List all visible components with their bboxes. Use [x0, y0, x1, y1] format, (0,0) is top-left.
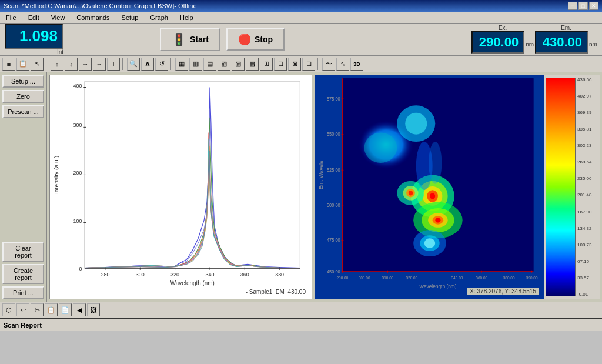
color-scale [544, 75, 577, 299]
tb-right-icon[interactable]: → [79, 58, 92, 71]
tb-tool5-icon[interactable]: ▨ [232, 58, 245, 71]
tb-copy-icon[interactable]: 📋 [16, 58, 29, 71]
bt-back-icon[interactable]: ◀ [73, 303, 86, 316]
svg-text:575.00: 575.00 [327, 96, 340, 102]
scale-val-1: 436.56 [577, 77, 600, 82]
scale-val-12: 67.15 [577, 259, 600, 264]
tb-tool7-icon[interactable]: ⊞ [260, 58, 273, 71]
tb-rotate-icon[interactable]: ↺ [155, 58, 168, 71]
create-report-button[interactable]: Create report [2, 264, 44, 284]
tb-tool6-icon[interactable]: ▩ [246, 58, 259, 71]
tb-zoom-icon[interactable]: 🔍 [127, 58, 140, 71]
menu-graph[interactable]: Graph [146, 13, 172, 22]
traffic-light-icon: 🚦 [172, 32, 186, 46]
close-button[interactable]: ✕ [589, 2, 598, 10]
scale-val-9: 167.90 [577, 209, 600, 215]
svg-point-41 [435, 218, 440, 222]
svg-text:550.00: 550.00 [327, 131, 340, 136]
svg-text:390.00: 390.00 [526, 276, 538, 280]
svg-point-36 [430, 193, 435, 199]
ex-label: Ex. [499, 25, 507, 31]
scale-val-11: 100.73 [577, 242, 600, 248]
svg-text:0: 0 [79, 266, 82, 272]
maximize-button[interactable]: □ [578, 2, 588, 10]
tb-tool9-icon[interactable]: ⊠ [288, 58, 301, 71]
scan-report-label: Scan Report [4, 322, 42, 329]
bt-image-icon[interactable]: 🖼 [87, 303, 100, 316]
menu-view[interactable]: View [48, 13, 69, 22]
wavelength-displays: Ex. 290.00 nm Em. 430.00 nm [471, 25, 597, 54]
tb-tool3-icon[interactable]: ▤ [203, 58, 216, 71]
start-button[interactable]: 🚦 Start [160, 28, 220, 51]
clear-report-button[interactable]: Clear report [2, 242, 44, 262]
print-button[interactable]: Print ... [2, 286, 44, 299]
ex-nm: nm [526, 41, 534, 48]
scale-val-7: 235.06 [577, 176, 600, 181]
tb-3d-icon[interactable]: 3D [350, 58, 363, 71]
svg-text:500.00: 500.00 [327, 203, 340, 208]
scale-val-6: 268.64 [577, 159, 600, 165]
tb-separator-4 [317, 58, 320, 70]
scale-val-5: 302.23 [577, 143, 600, 148]
tb-tool1-icon[interactable]: ▦ [175, 58, 188, 71]
chart-caption: - Sample1_EM_430.00 [246, 289, 306, 295]
menu-bar: File Edit View Commands Setup Graph Help [0, 12, 602, 24]
tb-lines-icon[interactable]: ≡ [2, 58, 15, 71]
zero-button[interactable]: Zero [2, 90, 44, 103]
toolbar: ≡ 📋 ↖ ↑ ↕ → ↔ I 🔍 A ↺ ▦ ▥ ▤ ▧ ▨ ▩ ⊞ ⊟ ⊠ … [0, 56, 602, 72]
bt-copy2-icon[interactable]: 📋 [45, 303, 58, 316]
tb-cursor-icon[interactable]: ↖ [31, 58, 44, 71]
tb-wave2-icon[interactable]: ∿ [336, 58, 349, 71]
control-buttons: 🚦 Start 🛑 Stop [160, 28, 285, 51]
tb-up-icon[interactable]: ↑ [51, 58, 63, 71]
tb-text-icon[interactable]: A [141, 58, 154, 71]
tb-tool10-icon[interactable]: ⊡ [302, 58, 315, 71]
svg-text:290.00: 290.00 [336, 276, 348, 280]
tb-leftright-icon[interactable]: ↔ [93, 58, 106, 71]
line-chart: 0 100 200 300 400 280 300 320 340 360 38… [49, 75, 312, 299]
menu-help[interactable]: Help [176, 13, 197, 22]
stop-button[interactable]: 🛑 Stop [226, 28, 285, 51]
menu-edit[interactable]: Edit [25, 13, 43, 22]
charts-area: 0 100 200 300 400 280 300 320 340 360 38… [47, 72, 602, 302]
bt-paste-icon[interactable]: 📄 [59, 303, 72, 316]
svg-text:Wavelength (nm): Wavelength (nm) [170, 280, 215, 286]
stop-label: Stop [255, 35, 273, 44]
setup-button[interactable]: Setup ... [2, 75, 44, 88]
menu-setup[interactable]: Setup [118, 13, 142, 22]
window-controls: − □ ✕ [568, 2, 598, 10]
intensity-label: Int [57, 49, 63, 55]
start-label: Start [190, 35, 209, 44]
prescan-button[interactable]: Prescan ... [2, 105, 44, 118]
em-value: 430.00 [535, 31, 588, 54]
menu-commands[interactable]: Commands [73, 13, 113, 22]
svg-text:Em. Wavele: Em. Wavele [318, 161, 323, 190]
left-panel: Setup ... Zero Prescan ... Clear report … [0, 72, 47, 302]
tb-tool2-icon[interactable]: ▥ [189, 58, 202, 71]
svg-text:Intensity (a.u.): Intensity (a.u.) [53, 156, 59, 194]
bt-undo-icon[interactable]: ↩ [16, 303, 29, 316]
svg-text:400: 400 [73, 82, 82, 88]
stop-sign-icon: 🛑 [238, 33, 251, 46]
main-content: Setup ... Zero Prescan ... Clear report … [0, 72, 602, 302]
svg-point-45 [409, 191, 413, 195]
tb-tool8-icon[interactable]: ⊟ [274, 58, 287, 71]
tb-wave-icon[interactable]: 〜 [322, 58, 335, 71]
tb-separator-3 [170, 58, 173, 70]
svg-text:320: 320 [170, 272, 179, 278]
svg-text:200: 200 [73, 170, 82, 176]
intensity-value: 1.098 [5, 24, 63, 49]
bottom-toolbar: ⬡ ↩ ✂ 📋 📄 ◀ 🖼 [0, 302, 602, 318]
menu-file[interactable]: File [2, 13, 20, 22]
bt-cut-icon[interactable]: ✂ [31, 303, 44, 316]
tb-tool4-icon[interactable]: ▧ [218, 58, 230, 71]
tb-updown-icon[interactable]: ↕ [65, 58, 78, 71]
svg-point-48 [424, 238, 436, 248]
minimize-button[interactable]: − [568, 2, 577, 10]
bt-select-icon[interactable]: ⬡ [2, 303, 15, 316]
scale-val-4: 335.81 [577, 126, 600, 132]
tb-baseline-icon[interactable]: I [107, 58, 120, 71]
svg-text:340: 340 [206, 272, 215, 278]
contour-inner: 450.00 475.00 500.00 525.00 550.00 575.0… [315, 75, 544, 299]
svg-text:Wavelength (nm): Wavelength (nm) [419, 283, 456, 289]
